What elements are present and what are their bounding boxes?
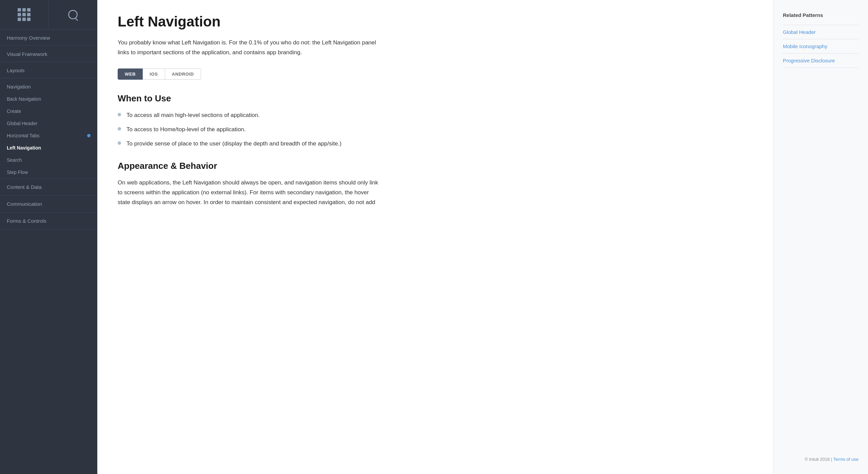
- list-item: To access to Home/top-level of the appli…: [118, 125, 382, 134]
- sidebar-group-communication: Communication: [0, 196, 97, 213]
- when-to-use-heading: When to Use: [118, 93, 746, 104]
- related-patterns-title: Related Patterns: [783, 12, 859, 18]
- platform-tabs: WEB IOS ANDROID: [118, 68, 746, 80]
- sidebar-group-communication-title[interactable]: Communication: [7, 201, 42, 207]
- terms-of-use-link[interactable]: Terms of use: [833, 457, 859, 462]
- sidebar-item-harmony-overview[interactable]: Harmony Overview: [0, 29, 97, 46]
- sidebar: Harmony Overview Visual Framework Layout…: [0, 0, 97, 474]
- tab-ios[interactable]: IOS: [142, 68, 165, 80]
- sidebar-item-create[interactable]: Create: [0, 105, 97, 117]
- main-content: Left Navigation You probably know what L…: [97, 0, 773, 474]
- sidebar-group-navigation: Navigation Back Navigation Create Global…: [0, 78, 97, 179]
- tab-web[interactable]: WEB: [118, 68, 143, 80]
- list-item: To provide sense of place to the user (d…: [118, 139, 382, 149]
- sidebar-item-global-header[interactable]: Global Header: [0, 117, 97, 130]
- sidebar-search-button[interactable]: [48, 2, 97, 27]
- sidebar-item-step-flow[interactable]: Step Flow: [0, 166, 97, 178]
- when-to-use-list: To access all main high-level sections o…: [118, 111, 382, 149]
- sidebar-group-content-data-title[interactable]: Content & Data: [7, 184, 42, 190]
- sidebar-group-content-data: Content & Data: [0, 179, 97, 196]
- sidebar-logo[interactable]: [0, 0, 48, 29]
- sidebar-item-layouts[interactable]: Layouts: [0, 62, 97, 78]
- related-patterns-section: Related Patterns Global Header Mobile Ic…: [783, 12, 859, 68]
- related-link-progressive-disclosure[interactable]: Progressive Disclosure: [783, 54, 859, 68]
- related-link-mobile-iconography[interactable]: Mobile Iconography: [783, 39, 859, 54]
- footer: © Intuit 2016 | Terms of use: [783, 450, 859, 462]
- grid-icon: [18, 8, 31, 21]
- behavior-description: On web applications, the Left Navigation…: [118, 178, 382, 208]
- related-link-global-header[interactable]: Global Header: [783, 25, 859, 39]
- right-panel: Related Patterns Global Header Mobile Ic…: [773, 0, 868, 474]
- page-title: Left Navigation: [118, 14, 746, 30]
- sidebar-item-visual-framework[interactable]: Visual Framework: [0, 46, 97, 62]
- sidebar-item-back-navigation[interactable]: Back Navigation: [0, 93, 97, 105]
- sidebar-item-left-navigation[interactable]: Left Navigation: [0, 142, 97, 154]
- sidebar-group-forms-controls-title[interactable]: Forms & Controls: [7, 218, 46, 224]
- bullet-dot: [118, 127, 121, 131]
- list-item: To access all main high-level sections o…: [118, 111, 382, 120]
- tab-android[interactable]: ANDROID: [165, 68, 201, 80]
- sidebar-group-navigation-title: Navigation: [0, 78, 97, 93]
- search-icon: [68, 10, 78, 19]
- horizontal-tabs-badge: [87, 134, 91, 137]
- sidebar-group-forms-controls: Forms & Controls: [0, 213, 97, 230]
- bullet-dot: [118, 141, 121, 145]
- appearance-behavior-heading: Appearance & Behavior: [118, 161, 746, 171]
- bullet-dot: [118, 113, 121, 116]
- sidebar-header: [0, 0, 97, 29]
- sidebar-item-search[interactable]: Search: [0, 154, 97, 166]
- page-description: You probably know what Left Navigation i…: [118, 38, 382, 58]
- sidebar-item-horizontal-tabs[interactable]: Horizontal Tabs: [0, 130, 97, 142]
